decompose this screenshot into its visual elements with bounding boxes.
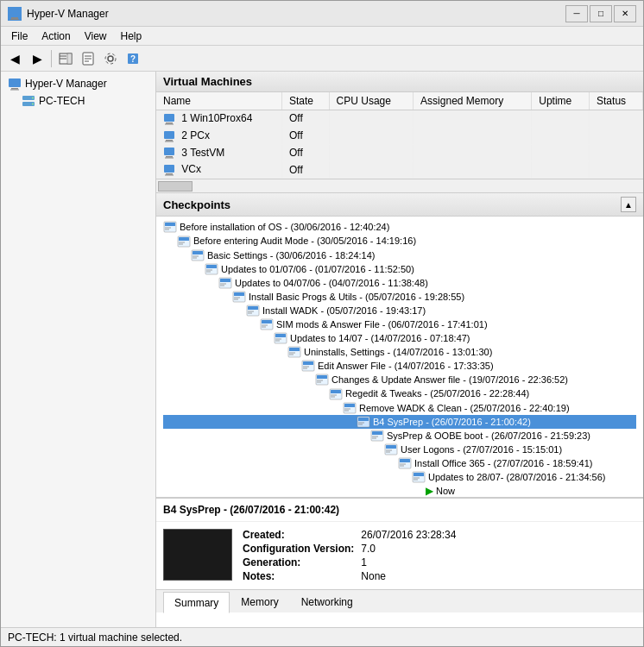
vm-row[interactable]: VCx Off bbox=[156, 161, 643, 179]
vm-memory-cell bbox=[414, 161, 532, 179]
svg-rect-83 bbox=[331, 390, 341, 393]
sidebar-item-pc-tech[interactable]: PC-TECH bbox=[4, 92, 152, 110]
tree-node[interactable]: SysPrep & OOBE boot - (26/07/2016 - 21:5… bbox=[163, 429, 636, 443]
tab-networking[interactable]: Networking bbox=[290, 592, 364, 612]
main-window: Hyper-V Manager ─ □ ✕ File Action View H… bbox=[0, 0, 644, 647]
svg-rect-27 bbox=[165, 141, 174, 141]
tree-node[interactable]: Edit Answer File - (14/07/2016 - 17:33:3… bbox=[163, 359, 636, 373]
col-uptime[interactable]: Uptime bbox=[532, 92, 590, 110]
svg-rect-87 bbox=[344, 404, 355, 407]
tree-node[interactable]: Remove WADK & Clean - (25/07/2016 - 22:4… bbox=[163, 401, 636, 415]
vm-state-cell: Off bbox=[281, 127, 329, 144]
back-button[interactable]: ◀ bbox=[4, 48, 25, 69]
col-status[interactable]: Status bbox=[590, 92, 643, 110]
sidebar-item-hyperv-manager[interactable]: Hyper-V Manager bbox=[4, 75, 152, 92]
menu-bar: File Action View Help bbox=[1, 27, 643, 46]
vm-name-cell: VCx bbox=[156, 161, 281, 179]
sidebar-hyperv-label: Hyper-V Manager bbox=[25, 78, 107, 90]
vm-row[interactable]: 1 Win10Prox64 Off bbox=[156, 110, 643, 128]
checkpoint-icon bbox=[357, 416, 370, 428]
tree-node[interactable]: Install WADK - (05/07/2016 - 19:43:17) bbox=[163, 304, 636, 317]
show-action-pane-button[interactable] bbox=[55, 48, 76, 69]
node-label: Install WADK - (05/07/2016 - 19:43:17) bbox=[262, 305, 426, 316]
checkpoint-icon bbox=[287, 346, 301, 358]
tree-node[interactable]: SIM mods & Answer File - (06/07/2016 - 1… bbox=[163, 317, 636, 331]
tree-node[interactable]: Changes & Update Answer file - (19/07/20… bbox=[163, 373, 636, 386]
checkpoints-collapse-button[interactable]: ▲ bbox=[621, 197, 636, 212]
vm-state-cell: Off bbox=[281, 144, 329, 161]
col-state[interactable]: State bbox=[281, 92, 329, 110]
col-memory[interactable]: Assigned Memory bbox=[414, 92, 532, 110]
settings-button[interactable] bbox=[100, 48, 121, 69]
tree-node[interactable]: Before entering Audit Mode - (30/05/2016… bbox=[163, 234, 636, 248]
minimize-button[interactable]: ─ bbox=[565, 5, 588, 22]
node-label: SysPrep & OOBE boot - (26/07/2016 - 21:5… bbox=[387, 430, 590, 441]
tree-node[interactable]: User Logons - (27/07/2016 - 15:15:01) bbox=[163, 443, 636, 456]
menu-file[interactable]: File bbox=[4, 28, 35, 44]
vm-table-scroll[interactable]: Name State CPU Usage Assigned Memory Upt… bbox=[156, 92, 643, 179]
checkpoint-icon bbox=[412, 471, 426, 483]
maximize-button[interactable]: □ bbox=[590, 5, 612, 22]
svg-rect-23 bbox=[166, 122, 173, 124]
menu-help[interactable]: Help bbox=[114, 28, 149, 44]
svg-rect-110 bbox=[167, 533, 228, 576]
svg-rect-17 bbox=[10, 90, 19, 91]
forward-button[interactable]: ▶ bbox=[27, 48, 47, 69]
checkpoints-title: Checkpoints bbox=[163, 198, 230, 211]
properties-button[interactable] bbox=[78, 48, 98, 69]
svg-text:?: ? bbox=[130, 54, 136, 64]
checkpoint-icon bbox=[384, 443, 398, 455]
svg-rect-107 bbox=[414, 473, 424, 476]
checkpoints-tree[interactable]: Before installation of OS - (30/06/2016 … bbox=[156, 217, 643, 497]
svg-rect-4 bbox=[67, 53, 72, 64]
menu-action[interactable]: Action bbox=[35, 28, 77, 44]
tree-node[interactable]: Updates to 01/07/06 - (01/07/2016 - 11:5… bbox=[163, 262, 636, 276]
svg-rect-32 bbox=[166, 173, 173, 175]
vm-icon bbox=[163, 164, 175, 176]
toolbar: ◀ ▶ bbox=[1, 46, 643, 72]
tree-node[interactable]: Install Basic Progs & Utils - (05/07/201… bbox=[163, 290, 636, 304]
vm-horizontal-scrollbar[interactable] bbox=[156, 179, 643, 192]
svg-rect-0 bbox=[9, 8, 21, 16]
node-label: Before entering Audit Mode - (30/05/2016… bbox=[193, 236, 416, 246]
tab-memory[interactable]: Memory bbox=[230, 592, 289, 612]
col-cpu[interactable]: CPU Usage bbox=[329, 92, 414, 110]
tree-node[interactable]: Updates to 28/07- (28/07/2016 - 21:34:56… bbox=[163, 470, 636, 484]
svg-point-11 bbox=[108, 56, 113, 61]
svg-rect-25 bbox=[164, 131, 174, 139]
svg-rect-67 bbox=[275, 334, 286, 337]
svg-point-12 bbox=[105, 53, 116, 64]
help-button[interactable]: ? bbox=[123, 48, 143, 69]
details-title: B4 SysPrep - (26/07/2016 - 21:00:42) bbox=[156, 499, 643, 522]
col-name[interactable]: Name bbox=[156, 92, 281, 110]
vm-uptime-cell bbox=[532, 127, 590, 144]
app-icon bbox=[8, 7, 22, 21]
node-label: Remove WADK & Clean - (25/07/2016 - 22:4… bbox=[359, 403, 570, 413]
tree-node[interactable]: Basic Settings - (30/06/2016 - 18:24:14) bbox=[163, 248, 636, 262]
tab-summary[interactable]: Summary bbox=[163, 592, 230, 613]
checkpoint-icon bbox=[260, 318, 274, 330]
node-label: Install Basic Progs & Utils - (05/07/201… bbox=[249, 292, 464, 302]
vm-row[interactable]: 3 TestVM Off bbox=[156, 144, 643, 161]
tree-node[interactable]: Install Office 365 - (27/07/2016 - 18:59… bbox=[163, 456, 636, 470]
svg-rect-63 bbox=[262, 320, 272, 324]
svg-rect-26 bbox=[166, 140, 173, 141]
node-label: Updates to 28/07- (28/07/2016 - 21:34:56… bbox=[428, 472, 605, 482]
vm-row[interactable]: 2 PCx Off bbox=[156, 127, 643, 144]
tree-node[interactable]: Before installation of OS - (30/06/2016 … bbox=[163, 220, 636, 234]
tree-node[interactable]: Updates to 14/07 - (14/07/2016 - 07:18:4… bbox=[163, 331, 636, 345]
tree-node[interactable]: Uninstalls, Settings - (14/07/2016 - 13:… bbox=[163, 345, 636, 359]
checkpoint-icon bbox=[205, 263, 218, 275]
checkpoints-header: Checkpoints ▲ bbox=[156, 193, 643, 217]
tree-node[interactable]: ▶Now bbox=[163, 484, 636, 497]
menu-view[interactable]: View bbox=[78, 28, 114, 44]
svg-rect-71 bbox=[289, 348, 300, 351]
vm-name-cell: 2 PCx bbox=[156, 127, 281, 144]
tree-node[interactable]: Updates to 04/07/06 - (04/07/2016 - 11:3… bbox=[163, 276, 636, 290]
status-bar: PC-TECH: 1 virtual machine selected. bbox=[1, 627, 643, 646]
close-button[interactable]: ✕ bbox=[614, 5, 636, 22]
checkpoint-icon bbox=[177, 235, 191, 247]
tree-node[interactable]: B4 SysPrep - (26/07/2016 - 21:00:42) bbox=[163, 415, 636, 429]
tree-node[interactable]: Regedit & Tweaks - (25/07/2016 - 22:28:4… bbox=[163, 386, 636, 400]
vm-state-cell: Off bbox=[281, 161, 329, 179]
